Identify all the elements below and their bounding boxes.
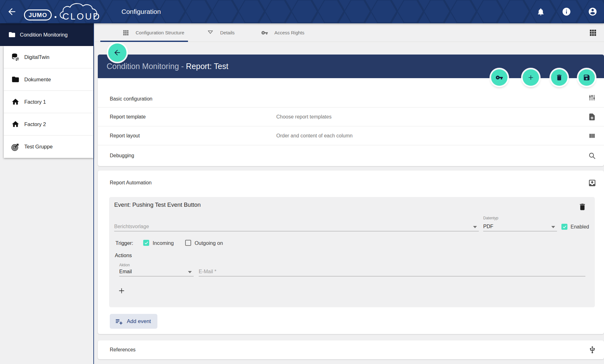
event-title: Event: Pushing Test Event Button bbox=[114, 201, 201, 208]
page-header-bar: Condition Monitoring - Report: Test bbox=[98, 55, 604, 78]
digital-twin-database-icon bbox=[11, 53, 20, 61]
sidebar-item-factory-2[interactable]: Factory 2 bbox=[4, 113, 93, 136]
move-to-inbox-icon[interactable] bbox=[588, 179, 596, 187]
aktion-label: Aktion bbox=[119, 263, 130, 267]
trigger-label: Trigger: bbox=[115, 240, 133, 246]
row-report-template[interactable]: Report template Choose report templates bbox=[98, 107, 604, 126]
save-fab-button[interactable] bbox=[578, 69, 595, 86]
sidebar-item-test-gruppe[interactable]: Test Gruppe bbox=[4, 136, 93, 158]
row-report-layout[interactable]: Report layout Order and content of each … bbox=[98, 126, 604, 145]
add-fab-button[interactable] bbox=[523, 69, 539, 86]
home-icon bbox=[11, 98, 20, 106]
references-card[interactable]: References bbox=[98, 340, 604, 359]
incoming-label: Incoming bbox=[153, 240, 174, 246]
datentyp-select[interactable]: PDF bbox=[483, 224, 557, 231]
grid-icon bbox=[122, 29, 129, 36]
check-icon bbox=[562, 225, 567, 229]
key-icon bbox=[261, 29, 268, 36]
filter-icon bbox=[207, 29, 214, 36]
tab-label: Details bbox=[220, 30, 235, 35]
tab-label: Access Rights bbox=[274, 30, 304, 35]
tab-details[interactable]: Details bbox=[207, 23, 235, 42]
plus-icon bbox=[527, 74, 535, 81]
references-title: References bbox=[110, 347, 136, 353]
usb-icon[interactable] bbox=[588, 346, 596, 354]
aktion-value: Email bbox=[119, 269, 132, 274]
outgoing-checkbox[interactable] bbox=[185, 240, 191, 246]
tab-label: Configuration Structure bbox=[136, 30, 184, 35]
note-add-icon[interactable] bbox=[588, 113, 596, 121]
page-header-title: Condition Monitoring - Report: Test bbox=[107, 55, 228, 78]
sidebar-item-factory-1[interactable]: Factory 1 bbox=[4, 91, 93, 113]
email-input[interactable]: E-Mail * bbox=[199, 269, 585, 276]
delete-event-trash-icon[interactable] bbox=[578, 203, 587, 211]
chevron-down-icon bbox=[188, 271, 192, 273]
notifications-bell-icon[interactable] bbox=[537, 8, 545, 16]
event-card: Event: Pushing Test Event Button Bericht… bbox=[109, 197, 595, 307]
key-icon bbox=[496, 74, 503, 81]
row-hint: Order and content of each column bbox=[276, 133, 353, 139]
add-event-button[interactable]: Add event bbox=[110, 314, 157, 329]
cloud-logo: CLOUD bbox=[59, 2, 106, 23]
account-icon[interactable] bbox=[588, 7, 597, 16]
sidebar-children-card: DigitalTwin Dokumente Factory 1 Factory … bbox=[4, 46, 93, 158]
datentyp-label: Datentyp bbox=[483, 216, 498, 220]
enabled-label: Enabled bbox=[571, 224, 589, 230]
sidebar-root-label: Condition Monitoring bbox=[20, 32, 67, 38]
delete-fab-button[interactable] bbox=[551, 69, 567, 86]
folder-icon bbox=[8, 31, 16, 38]
aktion-select[interactable]: Email bbox=[119, 269, 194, 276]
back-arrow-icon[interactable] bbox=[7, 7, 17, 17]
berichtsvorlage-placeholder: Berichtsvorlage bbox=[114, 224, 149, 229]
sidebar-item-label: Factory 2 bbox=[24, 121, 46, 127]
enabled-checkbox[interactable] bbox=[561, 224, 567, 230]
home-icon bbox=[11, 120, 20, 128]
row-hint: Choose report templates bbox=[276, 114, 331, 120]
jumo-brand-badge: JUMO bbox=[24, 9, 52, 20]
page-title: Configuration bbox=[121, 0, 161, 23]
info-icon[interactable] bbox=[562, 7, 571, 16]
target-icon bbox=[11, 143, 20, 151]
sidebar-item-condition-monitoring[interactable]: Condition Monitoring bbox=[0, 23, 93, 46]
add-event-label: Add event bbox=[127, 318, 151, 325]
incoming-checkbox[interactable] bbox=[143, 240, 149, 246]
report-automation-title: Report Automation bbox=[110, 180, 152, 186]
row-label: Basic configuration bbox=[110, 96, 152, 102]
chevron-down-icon bbox=[551, 226, 555, 228]
page-header-context: Condition Monitoring - bbox=[107, 62, 186, 71]
app-root: JUMO CLOUD Configuration bbox=[0, 0, 604, 364]
columns-icon[interactable] bbox=[588, 132, 596, 140]
trash-icon bbox=[555, 74, 563, 81]
main-content: Configuration Structure Details Access R… bbox=[95, 23, 604, 364]
topbar: JUMO CLOUD Configuration bbox=[0, 0, 604, 23]
search-icon[interactable] bbox=[588, 152, 596, 160]
basic-configuration-rows: Basic configuration Report template Choo… bbox=[98, 78, 604, 166]
sidebar-item-digitaltwin[interactable]: DigitalTwin bbox=[4, 46, 93, 68]
check-icon bbox=[144, 241, 149, 245]
enabled-checkbox-group: Enabled bbox=[561, 224, 589, 230]
playlist-add-icon bbox=[115, 317, 123, 325]
sidebar-item-label: Dokumente bbox=[24, 77, 51, 83]
sidebar-item-dokumente[interactable]: Dokumente bbox=[4, 68, 93, 91]
page-header-main: Report: Test bbox=[186, 62, 228, 71]
add-action-plus-icon[interactable] bbox=[117, 286, 126, 295]
access-key-fab-button[interactable] bbox=[491, 69, 507, 86]
outgoing-label: Outgoing on bbox=[195, 240, 223, 246]
sidebar-item-label: Test Gruppe bbox=[24, 144, 53, 150]
row-label: Report template bbox=[110, 114, 146, 120]
chevron-down-icon bbox=[473, 226, 477, 228]
sliders-icon[interactable] bbox=[588, 94, 596, 102]
sidebar: Condition Monitoring DigitalTwin bbox=[0, 23, 94, 364]
actions-label: Actions bbox=[115, 252, 132, 258]
tab-access-rights[interactable]: Access Rights bbox=[261, 23, 304, 42]
berichtsvorlage-select[interactable]: Berichtsvorlage bbox=[114, 224, 479, 231]
tab-configuration-structure[interactable]: Configuration Structure bbox=[122, 23, 184, 42]
row-debugging[interactable]: Debugging bbox=[98, 145, 604, 166]
report-automation-card: Report Automation Event: Pushing Test Ev… bbox=[98, 170, 604, 334]
row-label: Debugging bbox=[110, 153, 134, 159]
save-icon bbox=[583, 74, 590, 81]
back-fab-button[interactable] bbox=[108, 43, 126, 62]
sidebar-item-label: Factory 1 bbox=[24, 99, 46, 105]
apps-grid-icon[interactable] bbox=[589, 29, 597, 37]
back-arrow-icon bbox=[113, 49, 121, 57]
